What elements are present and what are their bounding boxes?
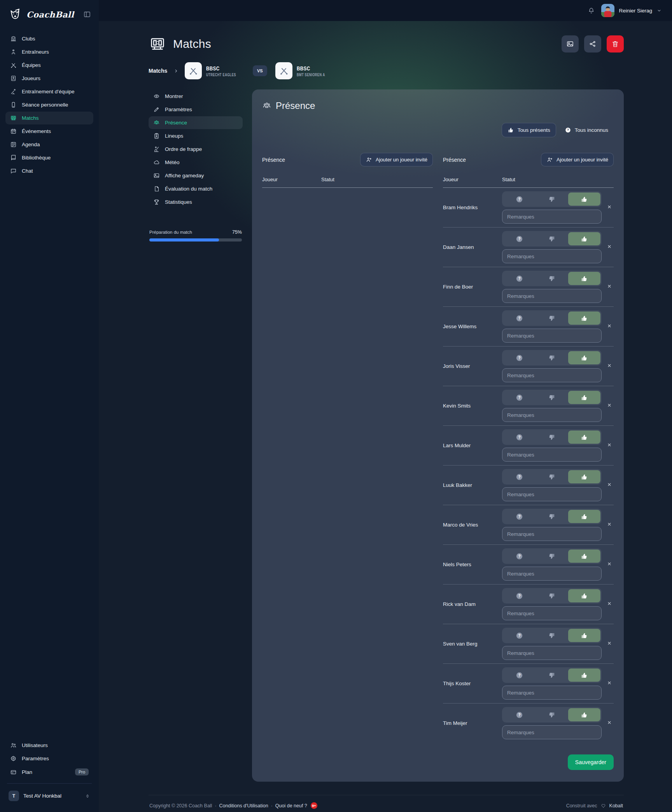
remarks-input[interactable]	[502, 686, 602, 700]
remove-player-button[interactable]	[605, 679, 614, 688]
status-present-button[interactable]	[568, 351, 600, 364]
sidebar-item-plan[interactable]: Plan Pro	[5, 765, 93, 779]
gameday-image-button[interactable]	[562, 35, 579, 52]
status-unknown-button[interactable]: ?	[503, 589, 536, 602]
notifications-bell-icon[interactable]	[588, 7, 595, 14]
remove-player-button[interactable]	[605, 600, 614, 609]
status-present-button[interactable]	[568, 430, 600, 444]
tab-ordre-de-frappe[interactable]: Ordre de frappe	[149, 143, 243, 156]
remarks-input[interactable]	[502, 448, 602, 462]
remove-player-button[interactable]	[605, 203, 614, 212]
remove-player-button[interactable]	[605, 322, 614, 331]
user-menu[interactable]: Reinier Sierag	[601, 4, 662, 17]
status-unknown-button[interactable]: ?	[503, 312, 536, 325]
remarks-input[interactable]	[502, 606, 602, 620]
status-unknown-button[interactable]: ?	[503, 351, 536, 364]
sidebar-item-clubs[interactable]: Clubs	[5, 32, 93, 45]
status-unknown-button[interactable]: ?	[503, 272, 536, 285]
status-unknown-button[interactable]: ?	[503, 708, 536, 721]
sidebar-item-entraineurs[interactable]: Entraîneurs	[5, 46, 93, 58]
remove-player-button[interactable]	[605, 521, 614, 529]
status-unknown-button[interactable]: ?	[503, 391, 536, 404]
status-absent-button[interactable]	[536, 708, 568, 721]
sidebar-item-matchs[interactable]: Matchs	[5, 112, 93, 124]
remove-player-button[interactable]	[605, 283, 614, 291]
remarks-input[interactable]	[502, 567, 602, 581]
status-present-button[interactable]	[568, 272, 600, 285]
status-present-button[interactable]	[568, 668, 600, 682]
status-present-button[interactable]	[568, 470, 600, 483]
all-present-button[interactable]: Tous présents	[502, 123, 556, 137]
remarks-input[interactable]	[502, 249, 602, 263]
remarks-input[interactable]	[502, 408, 602, 422]
all-unknown-button[interactable]: ? Tous inconnus	[559, 123, 614, 137]
status-unknown-button[interactable]: ?	[503, 668, 536, 682]
remove-player-button[interactable]	[605, 560, 614, 569]
status-absent-button[interactable]	[536, 510, 568, 523]
status-present-button[interactable]	[568, 192, 600, 206]
tab-statistiques[interactable]: Statistiques	[149, 196, 243, 208]
status-unknown-button[interactable]: ?	[503, 470, 536, 483]
status-absent-button[interactable]	[536, 629, 568, 642]
status-absent-button[interactable]	[536, 192, 568, 206]
sidebar-item-chat[interactable]: Chat	[5, 164, 93, 177]
status-absent-button[interactable]	[536, 272, 568, 285]
breadcrumb-matchs-link[interactable]: Matchs	[149, 68, 167, 74]
remove-player-button[interactable]	[605, 243, 614, 252]
sidebar-item-agenda[interactable]: Agenda	[5, 138, 93, 151]
remarks-input[interactable]	[502, 289, 602, 303]
sidebar-item-seance-personnelle[interactable]: Séance personnelle	[5, 98, 93, 111]
status-present-button[interactable]	[568, 550, 600, 563]
tab-presence[interactable]: Présence	[149, 116, 243, 129]
tab-lineups[interactable]: Lineups	[149, 130, 243, 142]
tab-affiche-gameday[interactable]: Affiche gameday	[149, 169, 243, 182]
status-present-button[interactable]	[568, 312, 600, 325]
sidebar-item-entrainement-d-equipe[interactable]: Entraînement d'équipe	[5, 85, 93, 98]
terms-link[interactable]: Conditions d'Utilisation	[219, 803, 268, 808]
status-present-button[interactable]	[568, 391, 600, 404]
save-button[interactable]: Sauvegarder	[568, 754, 614, 770]
status-unknown-button[interactable]: ?	[503, 430, 536, 444]
remove-player-button[interactable]	[605, 719, 614, 728]
sidebar-item-joueurs[interactable]: Joueurs	[5, 72, 93, 85]
whats-new-link[interactable]: Quoi de neuf ?	[275, 803, 307, 808]
remove-player-button[interactable]	[605, 402, 614, 410]
remove-player-button[interactable]	[605, 481, 614, 490]
status-unknown-button[interactable]: ?	[503, 232, 536, 245]
status-absent-button[interactable]	[536, 232, 568, 245]
sidebar-item-bibliotheque[interactable]: Bibliothèque	[5, 151, 93, 164]
remove-player-button[interactable]	[605, 441, 614, 450]
status-absent-button[interactable]	[536, 430, 568, 444]
status-unknown-button[interactable]: ?	[503, 629, 536, 642]
status-absent-button[interactable]	[536, 351, 568, 364]
status-present-button[interactable]	[568, 708, 600, 721]
remarks-input[interactable]	[502, 646, 602, 660]
remarks-input[interactable]	[502, 368, 602, 382]
status-present-button[interactable]	[568, 629, 600, 642]
team-switcher[interactable]: T Test AV Honkbal	[5, 788, 93, 804]
delete-match-button[interactable]	[607, 35, 624, 52]
status-unknown-button[interactable]: ?	[503, 192, 536, 206]
sidebar-item-utilisateurs[interactable]: Utilisateurs	[5, 739, 93, 752]
tab-evaluation-du-match[interactable]: Évaluation du match	[149, 182, 243, 195]
status-absent-button[interactable]	[536, 391, 568, 404]
status-present-button[interactable]	[568, 510, 600, 523]
tab-parametres[interactable]: Paramètres	[149, 103, 243, 116]
remarks-input[interactable]	[502, 210, 602, 224]
sidebar-item-evenements[interactable]: Événements	[5, 125, 93, 138]
status-unknown-button[interactable]: ?	[503, 510, 536, 523]
status-absent-button[interactable]	[536, 668, 568, 682]
share-button[interactable]	[584, 35, 601, 52]
status-present-button[interactable]	[568, 232, 600, 245]
remove-player-button[interactable]	[605, 362, 614, 371]
sidebar-collapse-button[interactable]	[83, 10, 91, 18]
status-absent-button[interactable]	[536, 550, 568, 563]
remarks-input[interactable]	[502, 725, 602, 739]
sidebar-item-parametres[interactable]: Paramètres	[5, 752, 93, 765]
remarks-input[interactable]	[502, 487, 602, 501]
remarks-input[interactable]	[502, 329, 602, 343]
kobalt-link[interactable]: Kobalt	[609, 803, 623, 808]
status-present-button[interactable]	[568, 589, 600, 602]
status-absent-button[interactable]	[536, 589, 568, 602]
add-guest-player-button[interactable]: Ajouter un joueur invité	[360, 153, 433, 166]
